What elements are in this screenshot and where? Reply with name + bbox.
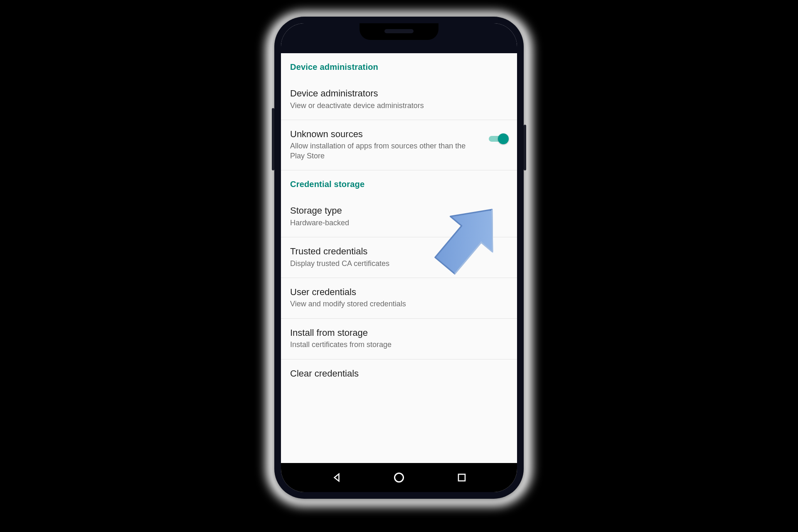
row-title: Storage type (290, 205, 508, 217)
row-user-credentials[interactable]: User credentials View and modify stored … (281, 278, 517, 319)
back-triangle-icon (331, 472, 342, 483)
row-storage-type[interactable]: Storage type Hardware-backed (281, 197, 517, 237)
row-title: Clear credentials (290, 368, 508, 379)
settings-list: Device administration Device administrat… (281, 53, 517, 463)
nav-recent-button[interactable] (455, 470, 469, 485)
nav-back-button[interactable] (330, 470, 344, 485)
svg-rect-1 (458, 474, 465, 481)
row-subtitle: Allow installation of apps from sources … (290, 141, 469, 161)
nav-home-button[interactable] (392, 470, 406, 485)
row-subtitle: Hardware-backed (290, 218, 469, 228)
recent-square-icon (457, 473, 467, 483)
toggle-thumb (498, 133, 509, 144)
unknown-sources-toggle[interactable] (489, 133, 508, 144)
home-circle-icon (393, 472, 405, 483)
phone-frame: Device administration Device administrat… (274, 17, 524, 499)
volume-button[interactable] (272, 108, 274, 170)
row-device-administrators[interactable]: Device administrators View or deactivate… (281, 79, 517, 120)
row-subtitle: Install certificates from storage (290, 340, 469, 350)
row-title: User credentials (290, 286, 508, 298)
section-header-device-administration: Device administration (281, 53, 517, 79)
row-subtitle: Display trusted CA certificates (290, 259, 469, 268)
canvas: Device administration Device administrat… (0, 0, 798, 532)
phone-screen: Device administration Device administrat… (281, 23, 517, 492)
row-trusted-credentials[interactable]: Trusted credentials Display trusted CA c… (281, 237, 517, 278)
row-unknown-sources[interactable]: Unknown sources Allow installation of ap… (281, 120, 517, 170)
section-header-credential-storage: Credential storage (281, 170, 517, 197)
row-title: Install from storage (290, 327, 508, 339)
row-clear-credentials[interactable]: Clear credentials (281, 360, 517, 382)
svg-point-0 (395, 473, 404, 482)
row-title: Unknown sources (290, 128, 483, 140)
android-navbar (281, 463, 517, 492)
power-button[interactable] (524, 125, 526, 170)
row-subtitle: View and modify stored credentials (290, 299, 469, 309)
status-bar (281, 23, 517, 53)
row-title: Trusted credentials (290, 246, 508, 257)
row-title: Device administrators (290, 88, 508, 99)
row-install-from-storage[interactable]: Install from storage Install certificate… (281, 319, 517, 360)
display-notch (360, 23, 438, 40)
row-subtitle: View or deactivate device administrators (290, 101, 469, 111)
